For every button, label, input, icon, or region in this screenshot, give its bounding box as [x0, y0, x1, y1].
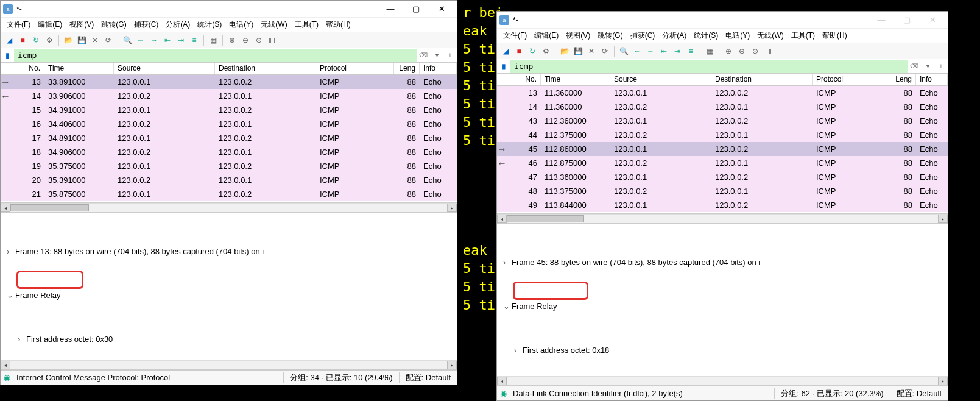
col-no[interactable]: No.	[497, 74, 541, 85]
col-len[interactable]: Leng	[890, 74, 916, 85]
jump-icon[interactable]: ⇤	[658, 45, 670, 57]
menu-file[interactable]: 文件(F)	[499, 29, 531, 42]
menu-help[interactable]: 帮助(H)	[322, 18, 354, 31]
col-len[interactable]: Leng	[394, 63, 420, 74]
menu-tools[interactable]: 工具(T)	[788, 29, 819, 42]
next-icon[interactable]: →	[148, 34, 160, 46]
packet-row[interactable]: 1311.360000123.0.0.1123.0.0.2ICMP88Echo	[497, 86, 948, 100]
clear-filter-icon[interactable]: ⌫	[908, 60, 921, 73]
minimize-button[interactable]: —	[378, 1, 403, 17]
close-file-icon[interactable]: ✕	[585, 45, 598, 57]
scroll-thumb[interactable]	[10, 204, 89, 211]
scroll-right-icon[interactable]: ▸	[938, 215, 948, 223]
detail-frame[interactable]: ›Frame 13: 88 bytes on wire (704 bits), …	[1, 244, 457, 259]
add-filter-icon[interactable]: +	[443, 49, 457, 62]
col-time[interactable]: Time	[44, 63, 114, 74]
packet-row[interactable]: 46112.875000123.0.0.2123.0.0.1ICMP88Echo	[497, 156, 948, 170]
open-icon[interactable]: 📂	[62, 34, 74, 46]
col-source[interactable]: Source	[114, 63, 215, 74]
resize-cols-icon[interactable]: ⫿⫿	[266, 34, 278, 46]
menu-go[interactable]: 跳转(G)	[97, 18, 130, 31]
packet-row[interactable]: 1935.375000123.0.0.1123.0.0.2ICMP88Echo	[1, 159, 457, 173]
packet-row[interactable]: 1634.406000123.0.0.2123.0.0.1ICMP88Echo	[1, 117, 457, 131]
detail-frame[interactable]: ›Frame 45: 88 bytes on wire (704 bits), …	[497, 255, 948, 270]
packet-row[interactable]: 2135.875000123.0.0.1123.0.0.2ICMP88Echo	[1, 187, 457, 201]
packet-row[interactable]: 1411.360000123.0.0.2123.0.0.1ICMP88Echo	[497, 100, 948, 114]
menu-capture[interactable]: 捕获(C)	[130, 18, 163, 31]
scroll-track[interactable]	[10, 361, 447, 369]
reload-icon[interactable]: ⟳	[599, 45, 611, 57]
scroll-left-icon[interactable]: ◂	[497, 215, 507, 223]
packet-row[interactable]: 1834.906000123.0.0.2123.0.0.1ICMP88Echo	[1, 145, 457, 159]
close-button[interactable]: ✕	[920, 12, 945, 28]
menu-analyze[interactable]: 分析(A)	[658, 29, 690, 42]
add-filter-icon[interactable]: +	[934, 60, 948, 73]
menu-wireless[interactable]: 无线(W)	[753, 29, 787, 42]
zoom-reset-icon[interactable]: ⊜	[749, 45, 761, 57]
packet-row[interactable]: 43112.360000123.0.0.1123.0.0.2ICMP88Echo	[497, 114, 948, 128]
restart-capture-icon[interactable]: ↻	[526, 45, 538, 57]
horizontal-scrollbar[interactable]: ◂ ▸	[497, 214, 948, 224]
col-dest[interactable]: Destination	[215, 63, 316, 74]
col-time[interactable]: Time	[541, 74, 610, 85]
zoom-in-icon[interactable]: ⊕	[226, 34, 238, 46]
horizontal-scrollbar[interactable]: ◂ ▸	[1, 360, 457, 370]
stop-capture-icon[interactable]: ■	[16, 34, 29, 46]
scroll-track[interactable]	[507, 377, 938, 385]
status-profile[interactable]: 配置: Default	[890, 388, 948, 399]
last-icon[interactable]: ≡	[685, 45, 697, 57]
display-filter-input[interactable]	[510, 60, 908, 73]
first-icon[interactable]: ⇥	[175, 34, 187, 46]
packet-row[interactable]: 48113.375000123.0.0.2123.0.0.1ICMP88Echo	[497, 184, 948, 198]
horizontal-scrollbar[interactable]: ◂ ▸	[497, 376, 948, 386]
start-capture-icon[interactable]: ◢	[499, 45, 512, 57]
zoom-in-icon[interactable]: ⊕	[722, 45, 735, 57]
packet-row[interactable]: 45112.860000123.0.0.1123.0.0.2ICMP88Echo	[497, 142, 948, 156]
save-icon[interactable]: 💾	[572, 45, 584, 57]
clear-filter-icon[interactable]: ⌫	[417, 49, 430, 62]
restart-capture-icon[interactable]: ↻	[30, 34, 42, 46]
menu-tel[interactable]: 电话(Y)	[722, 29, 753, 42]
menu-wireless[interactable]: 无线(W)	[257, 18, 291, 31]
autoscroll-icon[interactable]: ▦	[703, 45, 716, 57]
find-icon[interactable]: 🔍	[121, 34, 133, 46]
prev-icon[interactable]: ←	[631, 45, 643, 57]
scroll-thumb[interactable]	[507, 215, 584, 222]
filter-bookmark-icon[interactable]: ▮	[497, 60, 510, 73]
col-dest[interactable]: Destination	[711, 74, 813, 85]
menu-view[interactable]: 视图(V)	[562, 29, 594, 42]
status-profile[interactable]: 配置: Default	[399, 372, 457, 383]
jump-icon[interactable]: ⇤	[161, 34, 174, 46]
expert-info-icon[interactable]: ◉	[1, 372, 13, 384]
titlebar[interactable]: a *- — ▢ ✕	[497, 12, 948, 29]
titlebar[interactable]: a *- — ▢ ✕	[1, 1, 457, 18]
packet-row[interactable]: 44112.375000123.0.0.2123.0.0.1ICMP88Echo	[497, 128, 948, 142]
scroll-track[interactable]	[10, 204, 447, 212]
menu-file[interactable]: 文件(F)	[3, 18, 34, 31]
prev-icon[interactable]: ←	[135, 34, 147, 46]
packet-row[interactable]: 2035.391000123.0.0.2123.0.0.1ICMP88Echo	[1, 173, 457, 187]
expert-info-icon[interactable]: ◉	[497, 388, 509, 400]
zoom-out-icon[interactable]: ⊖	[239, 34, 252, 46]
filter-dropdown-icon[interactable]: ▾	[921, 60, 934, 73]
menu-tools[interactable]: 工具(T)	[291, 18, 322, 31]
menu-edit[interactable]: 编辑(E)	[531, 29, 562, 42]
options-icon[interactable]: ⚙	[540, 45, 552, 57]
menu-view[interactable]: 视图(V)	[66, 18, 97, 31]
menu-stats[interactable]: 统计(S)	[194, 18, 225, 31]
stop-capture-icon[interactable]: ■	[513, 45, 525, 57]
autoscroll-icon[interactable]: ▦	[207, 34, 219, 46]
zoom-reset-icon[interactable]: ⊜	[253, 34, 265, 46]
packet-list[interactable]: 1311.360000123.0.0.1123.0.0.2ICMP88Echo1…	[497, 86, 948, 214]
scroll-right-icon[interactable]: ▸	[938, 377, 948, 385]
display-filter-input[interactable]	[14, 49, 417, 62]
col-info[interactable]: Info	[420, 63, 457, 74]
reload-icon[interactable]: ⟳	[102, 34, 115, 46]
detail-framerelay[interactable]: ⌄Frame Relay	[1, 288, 457, 303]
menu-stats[interactable]: 统计(S)	[690, 29, 722, 42]
minimize-button[interactable]: —	[869, 12, 894, 28]
open-icon[interactable]: 📂	[559, 45, 571, 57]
filter-bookmark-icon[interactable]: ▮	[1, 49, 14, 62]
detail-fao[interactable]: ›First address octet: 0x18	[497, 343, 948, 358]
col-proto[interactable]: Protocol	[316, 63, 394, 74]
